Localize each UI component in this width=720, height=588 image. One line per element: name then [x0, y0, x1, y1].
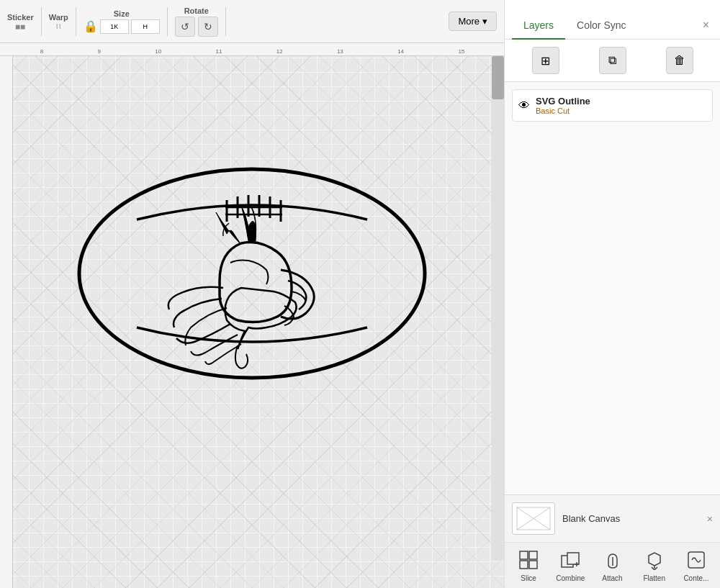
blank-canvas-section: Blank Canvas ×	[505, 494, 720, 542]
ruler-14: 14	[397, 48, 404, 55]
right-panel: Layers Color Sync × ⊞ ⧉ 🗑 👁 SVG Outline …	[504, 0, 720, 588]
slice-label: Slice	[521, 574, 536, 582]
panel-bottom-actions: Slice Combine Attach	[505, 542, 720, 588]
ruler-8: 8	[40, 48, 43, 55]
contour-button[interactable]: Conte...	[675, 548, 717, 582]
svg-rect-15	[529, 561, 537, 569]
svg-point-0	[79, 169, 425, 378]
layer-info: SVG Outline Basic Cut	[536, 96, 590, 115]
layer-type: Basic Cut	[536, 107, 590, 115]
lock-icon[interactable]: 🔒	[84, 19, 98, 33]
divider-3	[167, 7, 168, 36]
rotate-section: Rotate ↺ ↻	[175, 6, 218, 37]
ruler-15: 15	[458, 48, 464, 55]
blank-canvas-close-button[interactable]: ×	[707, 513, 713, 525]
svg-rect-13	[529, 551, 537, 559]
slice-button[interactable]: Slice	[508, 548, 549, 582]
football-drawing[interactable]	[36, 79, 468, 468]
panel-tabs: Layers Color Sync ×	[505, 0, 720, 40]
ruler-10: 10	[155, 48, 161, 55]
panel-close-button[interactable]: ×	[699, 12, 713, 39]
warp-icon: ⌇⌇	[55, 23, 61, 30]
ruler-left	[0, 56, 13, 588]
add-layer-button[interactable]: ⊞	[532, 47, 559, 74]
ruler-13: 13	[337, 48, 343, 55]
divider-2	[76, 7, 76, 36]
size-label: Size	[114, 9, 130, 18]
slice-icon	[517, 548, 540, 571]
width-input[interactable]	[100, 19, 129, 34]
canvas-scrollbar-thumb[interactable]	[492, 56, 504, 99]
size-section: Size 🔒	[84, 9, 160, 34]
svg-rect-12	[520, 551, 528, 559]
attach-label: Attach	[602, 574, 622, 582]
sticker-icon: ◼◼	[15, 23, 25, 30]
rotate-left-button[interactable]: ↺	[175, 17, 195, 37]
height-input[interactable]	[131, 19, 160, 34]
ruler-top: 8 9 10 11 12 13 14 15	[0, 43, 504, 56]
flatten-icon	[643, 548, 666, 571]
tab-color-sync[interactable]: Color Sync	[565, 12, 637, 40]
more-button[interactable]: More ▾	[449, 12, 497, 31]
size-inputs: 🔒	[84, 19, 160, 34]
ruler-9: 9	[97, 48, 100, 55]
warp-section: Warp ⌇⌇	[49, 13, 68, 30]
divider-4	[225, 7, 226, 36]
layer-name: SVG Outline	[536, 96, 590, 107]
more-label: More	[458, 16, 480, 27]
blank-canvas-thumbnail	[512, 502, 555, 535]
ruler-12: 12	[276, 48, 283, 55]
contour-label: Conte...	[683, 574, 708, 582]
panel-actions: ⊞ ⧉ 🗑	[505, 40, 720, 82]
divider-1	[41, 7, 42, 36]
flatten-button[interactable]: Flatten	[634, 548, 675, 582]
combine-button[interactable]: Combine	[549, 548, 591, 582]
rotate-right-button[interactable]: ↻	[198, 17, 218, 37]
toolbar: Sticker ◼◼ Warp ⌇⌇ Size 🔒 Rotate ↺ ↻ Mor…	[0, 0, 504, 43]
combine-icon	[559, 548, 582, 571]
rotate-label: Rotate	[184, 6, 209, 15]
canvas-scrollbar[interactable]	[492, 56, 504, 560]
combine-label: Combine	[556, 574, 585, 582]
duplicate-layer-button[interactable]: ⧉	[599, 47, 626, 74]
layer-visibility-icon[interactable]: 👁	[518, 99, 530, 112]
delete-layer-button[interactable]: 🗑	[666, 47, 693, 74]
warp-label: Warp	[49, 13, 68, 22]
layer-item[interactable]: 👁 SVG Outline Basic Cut	[512, 89, 713, 122]
sticker-label: Sticker	[7, 13, 34, 22]
layers-list: 👁 SVG Outline Basic Cut	[505, 82, 720, 494]
attach-button[interactable]: Attach	[591, 548, 633, 582]
flatten-label: Flatten	[643, 574, 665, 582]
canvas-area[interactable]: 8 9 10 11 12 13 14 15	[0, 43, 504, 588]
ruler-11: 11	[215, 48, 222, 55]
more-chevron-icon: ▾	[482, 16, 487, 27]
tab-layers[interactable]: Layers	[512, 12, 565, 40]
attach-icon	[601, 548, 624, 571]
svg-rect-14	[520, 561, 528, 569]
contour-icon	[685, 548, 708, 571]
sticker-section: Sticker ◼◼	[7, 13, 34, 30]
blank-canvas-label: Blank Canvas	[562, 513, 620, 524]
